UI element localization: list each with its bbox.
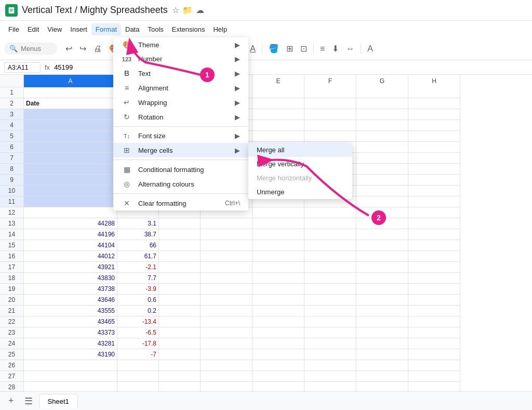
cell-27-G[interactable]	[356, 371, 408, 382]
cell-5-E[interactable]	[252, 131, 304, 142]
wrap-button[interactable]: ↔	[343, 42, 357, 56]
format-wrapping-item[interactable]: ↵ Wrapping ▶	[113, 95, 248, 110]
cell-23-D[interactable]	[201, 327, 252, 338]
cell-14-H[interactable]	[408, 229, 460, 240]
cell-10-H[interactable]	[408, 186, 460, 196]
cell-8-H[interactable]	[408, 164, 460, 175]
menu-sheet-button[interactable]: ☰	[20, 393, 37, 409]
cell-13-H[interactable]	[408, 218, 460, 229]
cell-5-F[interactable]	[304, 131, 356, 142]
cell-21-B[interactable]: 0.2	[117, 306, 159, 316]
cell-24-F[interactable]	[304, 338, 356, 349]
cell-20-G[interactable]	[356, 295, 408, 306]
format-alternating-item[interactable]: ◎ Alternating colours	[113, 177, 248, 191]
cell-26-F[interactable]	[304, 360, 356, 371]
menu-insert[interactable]: Insert	[66, 23, 91, 35]
cell-16-G[interactable]	[356, 251, 408, 262]
cell-26-A[interactable]	[24, 360, 117, 371]
cell-3-E[interactable]	[252, 109, 304, 120]
cell-12-H[interactable]	[408, 207, 460, 218]
cell-12-G[interactable]	[356, 207, 408, 218]
cell-4-G[interactable]	[356, 120, 408, 131]
col-header-f[interactable]: F	[304, 75, 356, 87]
underline-button[interactable]: A	[247, 42, 259, 56]
cell-9-H[interactable]	[408, 175, 460, 186]
row-num-9[interactable]: 9	[0, 175, 23, 186]
cell-6-G[interactable]	[356, 142, 408, 153]
cell-1-H[interactable]	[408, 87, 460, 98]
merge-button[interactable]: ⊡	[297, 42, 310, 56]
cell-10-A[interactable]	[24, 186, 117, 196]
cell-23-H[interactable]	[408, 327, 460, 338]
cell-14-G[interactable]	[356, 229, 408, 240]
row-num-8[interactable]: 8	[0, 164, 23, 175]
cell-21-H[interactable]	[408, 306, 460, 316]
row-num-12[interactable]: 12	[0, 207, 23, 218]
cell-5-G[interactable]	[356, 131, 408, 142]
cell-1-G[interactable]	[356, 87, 408, 98]
row-num-5[interactable]: 5	[0, 131, 23, 142]
row-num-22[interactable]: 22	[0, 316, 23, 327]
cell-18-B[interactable]: 7.7	[117, 273, 159, 284]
cell-26-C[interactable]	[159, 360, 201, 371]
cell-26-G[interactable]	[356, 360, 408, 371]
cell-24-H[interactable]	[408, 338, 460, 349]
cell-5-H[interactable]	[408, 131, 460, 142]
cell-27-H[interactable]	[408, 371, 460, 382]
borders-button[interactable]: ⊞	[283, 42, 296, 56]
star-icon[interactable]: ☆	[172, 5, 179, 15]
cell-4-E[interactable]	[252, 120, 304, 131]
cell-18-E[interactable]	[252, 273, 304, 284]
cell-19-F[interactable]	[304, 284, 356, 295]
add-sheet-button[interactable]: +	[4, 393, 18, 408]
cell-14-C[interactable]	[159, 229, 201, 240]
search-bar[interactable]: 🔍	[4, 43, 57, 55]
cell-11-G[interactable]	[356, 196, 408, 207]
merge-vert-item[interactable]: Merge vertically	[248, 157, 352, 171]
cell-27-B[interactable]	[117, 371, 159, 382]
cell-18-F[interactable]	[304, 273, 356, 284]
menu-extensions[interactable]: Extensions	[168, 23, 209, 35]
cell-25-D[interactable]	[201, 349, 252, 360]
cell-25-C[interactable]	[159, 349, 201, 360]
cell-18-G[interactable]	[356, 273, 408, 284]
cell-2-G[interactable]	[356, 98, 408, 109]
row-num-15[interactable]: 15	[0, 240, 23, 251]
menu-help[interactable]: Help	[209, 23, 231, 35]
cell-16-D[interactable]	[201, 251, 252, 262]
cell-15-A[interactable]: 44104	[24, 240, 117, 251]
cell-24-G[interactable]	[356, 338, 408, 349]
cell-18-H[interactable]	[408, 273, 460, 284]
cell-16-F[interactable]	[304, 251, 356, 262]
menu-data[interactable]: Data	[121, 23, 143, 35]
col-header-g[interactable]: G	[356, 75, 408, 87]
menu-file[interactable]: File	[4, 23, 23, 35]
cell-11-A[interactable]	[24, 196, 117, 207]
cell-15-G[interactable]	[356, 240, 408, 251]
cell-13-A[interactable]: 44288	[24, 218, 117, 229]
cell-ref-input[interactable]	[4, 62, 41, 73]
cell-27-E[interactable]	[252, 371, 304, 382]
cell-13-F[interactable]	[304, 218, 356, 229]
cell-19-G[interactable]	[356, 284, 408, 295]
cell-7-H[interactable]	[408, 153, 460, 164]
row-num-18[interactable]: 18	[0, 273, 23, 284]
col-header-h[interactable]: H	[408, 75, 460, 87]
row-num-20[interactable]: 20	[0, 295, 23, 306]
cell-19-B[interactable]: -3.9	[117, 284, 159, 295]
row-num-17[interactable]: 17	[0, 262, 23, 273]
cell-16-A[interactable]: 44012	[24, 251, 117, 262]
cell-17-A[interactable]: 43921	[24, 262, 117, 273]
cell-4-H[interactable]	[408, 120, 460, 131]
cell-24-C[interactable]	[159, 338, 201, 349]
cell-7-A[interactable]	[24, 153, 117, 164]
cell-3-A[interactable]	[24, 109, 117, 120]
row-num-6[interactable]: 6	[0, 142, 23, 153]
cell-24-D[interactable]	[201, 338, 252, 349]
cell-6-A[interactable]	[24, 142, 117, 153]
cell-20-A[interactable]: 43646	[24, 295, 117, 306]
cell-10-G[interactable]	[356, 186, 408, 196]
cell-21-C[interactable]	[159, 306, 201, 316]
cell-20-B[interactable]: 0.6	[117, 295, 159, 306]
cell-22-E[interactable]	[252, 316, 304, 327]
